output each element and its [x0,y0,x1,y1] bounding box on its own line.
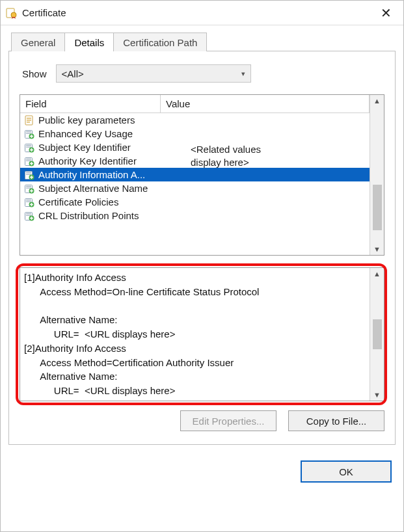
list-scrollbar[interactable]: ▲ ▼ [370,95,384,255]
extension-icon [24,183,34,194]
column-header-field[interactable]: Field [20,95,161,113]
detail-scrollbar[interactable]: ▲ ▼ [370,268,384,401]
field-row-label: Authority Information A... [38,169,145,180]
svg-rect-5 [27,122,30,123]
scroll-up-icon[interactable]: ▲ [373,97,381,105]
extension-icon [24,197,34,207]
field-row[interactable]: Subject Alternative Name [20,181,370,195]
document-icon [24,115,34,126]
svg-rect-27 [26,200,31,200]
detail-text[interactable]: [1]Authority Info Access Access Method=O… [20,268,370,401]
field-row[interactable]: CRL Distribution Points [20,209,370,222]
show-row: Show <All> ▾ [22,64,384,83]
extension-icon [24,156,34,166]
show-select[interactable]: <All> ▾ [56,64,251,83]
field-row-label: Authority Key Identifier [38,155,137,166]
field-row-label: CRL Distribution Points [38,210,139,221]
tab-general[interactable]: General [11,33,65,51]
svg-rect-20 [26,174,31,174]
scroll-thumb[interactable] [373,185,382,230]
certificate-icon [6,7,18,19]
copy-to-file-button[interactable]: Copy to File... [288,410,384,431]
extension-icon [24,170,34,180]
scroll-up-icon[interactable]: ▲ [373,270,381,278]
scroll-thumb[interactable] [373,319,382,349]
client-area: General Details Certification Path Show … [1,25,403,453]
extension-icon [24,142,34,153]
field-row[interactable]: Enhanced Key Usage [20,127,370,140]
field-row-label: Subject Alternative Name [38,183,148,194]
svg-rect-11 [26,145,31,146]
field-row[interactable]: Public key parameters [20,113,370,127]
detail-wrap: [1]Authority Info Access Access Method=O… [20,267,384,401]
show-select-value: <All> [62,68,84,79]
svg-rect-8 [26,133,31,133]
svg-rect-31 [26,213,31,214]
svg-rect-23 [26,186,31,187]
show-label: Show [22,68,47,79]
field-row[interactable]: Authority Information A... [20,168,370,181]
svg-rect-28 [26,201,31,202]
svg-rect-15 [26,159,31,159]
list-header: Field Value [20,95,370,113]
svg-rect-7 [26,131,31,132]
field-row-label: Certificate Policies [38,196,118,207]
field-row-label: Subject Key Identifier [38,142,131,153]
svg-rect-16 [26,160,31,161]
scroll-down-icon[interactable]: ▼ [373,245,381,253]
button-row: Edit Properties... Copy to File... [20,410,384,431]
svg-rect-4 [27,120,31,121]
extension-icon [24,211,34,221]
chevron-down-icon: ▾ [241,70,245,78]
tab-details[interactable]: Details [64,33,114,51]
edit-properties-button: Edit Properties... [180,410,276,431]
svg-rect-12 [26,146,31,147]
close-button[interactable]: ✕ [375,5,397,21]
detail-box: [1]Authority Info Access Access Method=O… [20,267,384,401]
svg-rect-24 [26,187,31,188]
column-header-value[interactable]: Value [161,95,370,113]
svg-rect-32 [26,215,31,215]
tab-strip: General Details Certification Path [11,32,396,51]
tab-certification-path[interactable]: Certification Path [113,33,207,51]
field-row-label: Public key parameters [38,114,135,126]
svg-rect-3 [27,118,31,119]
svg-rect-19 [26,172,31,173]
titlebar: Certificate ✕ [1,1,403,25]
field-listbox: Field Value Public key parametersEnhance… [20,94,384,256]
ok-row: OK [1,453,403,493]
tab-panel-details: Show <All> ▾ Field Value Public key para… [8,51,396,445]
list-body: Public key parametersEnhanced Key UsageS… [20,113,370,255]
ok-button[interactable]: OK [301,460,392,483]
window-title: Certificate [22,7,66,18]
titlebar-left: Certificate [6,7,66,19]
extension-icon [24,129,34,139]
svg-point-1 [11,12,16,18]
value-placeholder: <Related values display here> [191,143,261,170]
field-row[interactable]: Certificate Policies [20,195,370,209]
field-row-label: Enhanced Key Usage [38,128,133,139]
scroll-down-icon[interactable]: ▼ [373,391,381,399]
